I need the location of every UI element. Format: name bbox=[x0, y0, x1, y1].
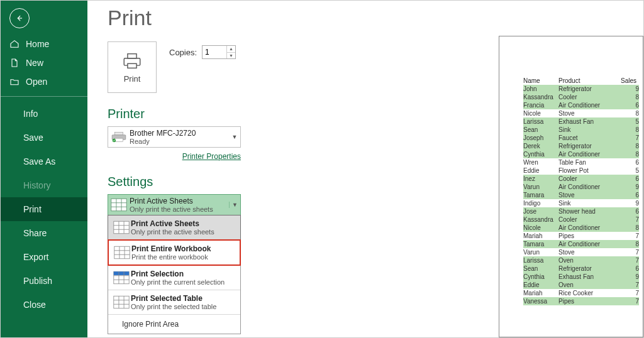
preview-row: DerekRefrigerator8 bbox=[523, 142, 639, 150]
arrow-left-icon bbox=[15, 14, 24, 23]
printer-name: Brother MFC-J2720 bbox=[130, 129, 229, 138]
preview-row: NicoleAir Conditioner8 bbox=[523, 224, 639, 232]
preview-row: LarissaExhaust Fan5 bbox=[523, 117, 639, 126]
print-what-title: Print Active Sheets bbox=[130, 197, 229, 205]
print-button-label: Print bbox=[124, 74, 141, 84]
preview-row: LarissaOven7 bbox=[523, 256, 639, 264]
sidebar-divider bbox=[1, 96, 87, 97]
svg-rect-29 bbox=[114, 296, 129, 308]
svg-rect-24 bbox=[114, 271, 129, 275]
svg-rect-5 bbox=[115, 132, 123, 134]
preview-row: EddieOven7 bbox=[523, 281, 639, 289]
preview-row: KassandraCooler7 bbox=[523, 215, 639, 224]
sidebar-item-export[interactable]: Export bbox=[1, 245, 87, 269]
sidebar-item-close[interactable]: Close bbox=[1, 293, 87, 317]
sidebar-item-label: Home bbox=[26, 39, 49, 49]
sidebar-item-info[interactable]: Info bbox=[1, 102, 87, 126]
preview-row: JoseShower head6 bbox=[523, 207, 639, 215]
sidebar-item-save[interactable]: Save bbox=[1, 126, 87, 150]
page-title: Print bbox=[108, 6, 643, 30]
printer-device-icon bbox=[108, 127, 130, 147]
sidebar-item-new[interactable]: New bbox=[1, 53, 87, 72]
preview-row: VanessaPipes7 bbox=[523, 297, 639, 305]
preview-row: CynthiaExhaust Fan9 bbox=[523, 273, 639, 281]
preview-row: NicoleStove8 bbox=[523, 109, 639, 117]
home-icon bbox=[9, 39, 19, 49]
print-option-print-active-sheets[interactable]: Print Active SheetsOnly print the active… bbox=[108, 215, 241, 240]
sheet-icon bbox=[112, 219, 131, 236]
preview-row: FranciaAir Conditioner6 bbox=[523, 101, 639, 109]
preview-row: IndigoSink9 bbox=[523, 199, 639, 207]
sheet-icon bbox=[108, 195, 130, 215]
print-option-print-selection[interactable]: Print SelectionOnly print the current se… bbox=[108, 265, 240, 290]
printer-icon bbox=[121, 52, 143, 70]
sheet-icon bbox=[113, 244, 131, 261]
svg-rect-2 bbox=[128, 53, 136, 58]
printer-status: Ready bbox=[130, 138, 229, 145]
sidebar-item-history: History bbox=[1, 173, 87, 197]
preview-row: SeanSink8 bbox=[523, 126, 639, 134]
svg-rect-0 bbox=[18, 18, 22, 18]
preview-row: MariahRice Cooker7 bbox=[523, 289, 639, 297]
sheet-icon bbox=[112, 293, 131, 311]
svg-rect-6 bbox=[115, 138, 123, 141]
spinner-up[interactable]: ▲ bbox=[227, 46, 235, 53]
preview-row: TamaraAir Conditioner8 bbox=[523, 240, 639, 248]
sidebar-item-home[interactable]: Home bbox=[1, 35, 87, 53]
preview-row: EddieFlower Pot5 bbox=[523, 166, 639, 175]
back-button[interactable] bbox=[9, 8, 30, 28]
sidebar-item-label: Open bbox=[26, 77, 47, 87]
print-what-dropdown[interactable]: Print Active Sheets Only print the activ… bbox=[108, 194, 241, 215]
preview-row: WrenTable Fan6 bbox=[523, 158, 639, 166]
svg-rect-18 bbox=[114, 246, 130, 259]
printer-dropdown[interactable]: Brother MFC-J2720 Ready ▼ bbox=[108, 126, 241, 148]
print-what-option-list: Print Active SheetsOnly print the active… bbox=[108, 215, 241, 334]
new-icon bbox=[9, 58, 19, 68]
preview-row: VarunStove7 bbox=[523, 248, 639, 256]
print-preview: NameProductSalesJohnRefrigerator9Kassand… bbox=[499, 36, 643, 337]
sidebar-item-print[interactable]: Print bbox=[1, 197, 87, 221]
sidebar-item-publish[interactable]: Publish bbox=[1, 269, 87, 293]
svg-rect-8 bbox=[111, 199, 126, 211]
print-what-sub: Only print the active sheets bbox=[130, 205, 229, 213]
copies-input[interactable] bbox=[203, 46, 226, 58]
preview-row: KassandraCooler8 bbox=[523, 93, 639, 101]
chevron-down-icon: ▼ bbox=[229, 134, 240, 140]
print-backstage-main: Print Print Copies: ▲ ▼ bbox=[87, 1, 643, 337]
copies-spinner[interactable]: ▲ ▼ bbox=[202, 45, 236, 59]
preview-row: CynthiaAir Conditioner8 bbox=[523, 150, 639, 158]
ignore-print-area[interactable]: Ignore Print Area bbox=[108, 314, 240, 334]
preview-row: MariahPipes7 bbox=[523, 232, 639, 240]
print-button[interactable]: Print bbox=[108, 41, 157, 93]
sidebar-item-open[interactable]: Open bbox=[1, 72, 87, 91]
printer-properties-link[interactable]: Printer Properties bbox=[182, 152, 241, 161]
copies-label: Copies: bbox=[169, 48, 197, 57]
svg-rect-3 bbox=[128, 63, 136, 68]
preview-row: JosephFaucet7 bbox=[523, 134, 639, 142]
print-option-print-selected-table[interactable]: Print Selected TableOnly print the selec… bbox=[108, 290, 240, 314]
sidebar-item-label: New bbox=[26, 58, 43, 68]
preview-row: SeanRefrigerator6 bbox=[523, 264, 639, 273]
preview-row: JohnRefrigerator9 bbox=[523, 85, 639, 93]
preview-row: VarunAir Conditioner9 bbox=[523, 183, 639, 191]
preview-row: InezCooler6 bbox=[523, 175, 639, 183]
sheet-icon bbox=[112, 269, 131, 286]
spinner-down[interactable]: ▼ bbox=[227, 53, 235, 59]
chevron-down-icon: ▼ bbox=[229, 202, 240, 208]
sidebar-item-share[interactable]: Share bbox=[1, 221, 87, 245]
backstage-sidebar: Home New Open InfoSaveSave AsHistoryPrin… bbox=[1, 1, 87, 337]
open-icon bbox=[9, 77, 19, 87]
preview-row: TamaraStove6 bbox=[523, 191, 639, 199]
svg-rect-13 bbox=[114, 221, 129, 234]
print-option-print-entire-workbook[interactable]: Print Entire WorkbookPrint the entire wo… bbox=[108, 239, 241, 266]
sidebar-item-save-as[interactable]: Save As bbox=[1, 150, 87, 173]
